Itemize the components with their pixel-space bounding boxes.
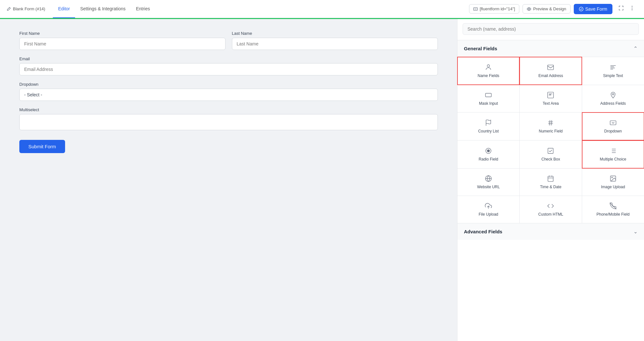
- nav-settings[interactable]: Settings & Integrations: [75, 0, 131, 18]
- field-label-mask-input: Mask Input: [479, 101, 498, 106]
- svg-line-24: [551, 120, 552, 126]
- top-navigation: Blank Form (#14) Editor Settings & Integ…: [0, 0, 644, 18]
- text-icon: [610, 64, 617, 71]
- field-item-check-box[interactable]: Check Box: [520, 141, 582, 168]
- dropdown-group: Dropdown - Select -: [19, 82, 438, 101]
- field-label-custom-html: Custom HTML: [538, 212, 563, 217]
- image-icon: [610, 175, 617, 182]
- last-name-group: Last Name: [232, 31, 438, 50]
- general-fields-title: General Fields: [464, 46, 497, 51]
- svg-rect-35: [548, 176, 553, 182]
- submit-form-button[interactable]: Submit Form: [19, 140, 65, 153]
- email-icon: [547, 64, 554, 71]
- field-item-name-fields[interactable]: Name Fields: [457, 57, 520, 85]
- nav-editor[interactable]: Editor: [53, 0, 75, 18]
- advanced-fields-section: Advanced Fields ⌄: [457, 223, 644, 240]
- field-item-mask-input[interactable]: Mask Input: [457, 85, 519, 112]
- field-item-simple-text[interactable]: Simple Text: [582, 57, 644, 85]
- field-label-file-upload: File Upload: [479, 212, 498, 217]
- form-title-area: Blank Form (#14): [6, 6, 45, 11]
- multiselect-label: Multiselect: [19, 107, 438, 112]
- fullscreen-icon: [618, 5, 624, 11]
- svg-line-23: [550, 120, 550, 126]
- field-item-email-address[interactable]: Email Address: [519, 57, 582, 85]
- nav-entries[interactable]: Entries: [131, 0, 155, 18]
- nav-links: Editor Settings & Integrations Entries: [53, 0, 155, 18]
- field-label-dropdown: Dropdown: [604, 129, 622, 133]
- svg-rect-25: [610, 121, 616, 125]
- pin-icon: [610, 92, 617, 99]
- last-name-label: Last Name: [232, 31, 438, 36]
- radio-icon: [485, 147, 492, 154]
- svg-point-27: [487, 150, 489, 152]
- phone-icon: [610, 202, 617, 209]
- field-item-country-list[interactable]: Country List: [457, 112, 519, 140]
- field-label-simple-text: Simple Text: [603, 73, 623, 78]
- field-item-dropdown[interactable]: Dropdown: [582, 112, 644, 141]
- chevron-up-icon: ⌃: [633, 45, 638, 52]
- shortcode-button[interactable]: [fluentform id="14"]: [469, 4, 519, 14]
- field-item-custom-html[interactable]: Custom HTML: [520, 196, 582, 223]
- svg-point-19: [612, 93, 614, 95]
- first-name-group: First Name: [19, 31, 226, 50]
- search-input[interactable]: [463, 23, 639, 35]
- first-name-input[interactable]: [19, 38, 226, 50]
- field-item-image-upload[interactable]: Image Upload: [582, 169, 644, 196]
- email-group: Email: [19, 56, 438, 75]
- email-label: Email: [19, 56, 438, 61]
- list-icon: [610, 147, 617, 154]
- svg-point-2: [528, 8, 530, 10]
- field-item-radio-field[interactable]: Radio Field: [457, 141, 519, 168]
- dropdown-label: Dropdown: [19, 82, 438, 87]
- pencil-icon: [6, 7, 11, 11]
- form-title-text: Blank Form (#14): [13, 6, 45, 11]
- mask-icon: [485, 92, 492, 99]
- svg-point-40: [611, 177, 612, 178]
- chevron-down-icon: ⌄: [633, 229, 638, 235]
- advanced-fields-header[interactable]: Advanced Fields ⌄: [457, 223, 644, 240]
- field-label-multiple-choice: Multiple Choice: [600, 157, 626, 161]
- svg-point-4: [632, 6, 633, 7]
- save-form-button[interactable]: Save Form: [574, 4, 612, 14]
- upload-icon: [485, 202, 492, 209]
- shortcode-icon: [473, 7, 478, 11]
- field-item-text-area[interactable]: Text Area: [520, 85, 582, 112]
- field-item-phone-mobile[interactable]: Phone/Mobile Field: [582, 196, 644, 223]
- multiselect-input[interactable]: [19, 114, 438, 130]
- dropdown-icon: [610, 119, 617, 126]
- field-item-address-fields[interactable]: Address Fields: [582, 85, 644, 112]
- first-name-label: First Name: [19, 31, 226, 36]
- more-options-button[interactable]: [627, 4, 638, 14]
- main-layout: First Name Last Name Email Dropdown - Se…: [0, 18, 644, 341]
- field-label-website-url: Website URL: [477, 185, 500, 189]
- preview-text: Preview & Design: [533, 6, 566, 11]
- dropdown-select[interactable]: - Select -: [19, 89, 438, 101]
- field-label-name-fields: Name Fields: [477, 73, 499, 78]
- right-panel: General Fields ⌃ Name Fields Email Addre…: [457, 18, 644, 341]
- fullscreen-button[interactable]: [616, 4, 627, 14]
- svg-point-5: [632, 8, 633, 9]
- dots-icon: [629, 5, 635, 11]
- field-item-time-date[interactable]: Time & Date: [520, 169, 582, 196]
- svg-rect-28: [548, 148, 553, 154]
- preview-icon: [527, 7, 531, 11]
- calendar-icon: [547, 175, 554, 182]
- email-input[interactable]: [19, 63, 438, 75]
- preview-button[interactable]: Preview & Design: [523, 4, 571, 14]
- general-fields-header[interactable]: General Fields ⌃: [457, 40, 644, 57]
- field-label-email-address: Email Address: [538, 73, 563, 78]
- progress-bar: [0, 18, 644, 19]
- field-item-numeric-field[interactable]: Numeric Field: [520, 112, 582, 140]
- field-item-website-url[interactable]: Website URL: [457, 169, 519, 196]
- email-row: Email: [19, 56, 438, 75]
- search-bar-wrap: [457, 18, 644, 40]
- field-item-multiple-choice[interactable]: Multiple Choice: [582, 140, 644, 169]
- field-item-file-upload[interactable]: File Upload: [457, 196, 519, 223]
- website-icon: [485, 175, 492, 182]
- save-label: Save Form: [585, 6, 607, 12]
- svg-rect-8: [548, 65, 553, 70]
- last-name-input[interactable]: [232, 38, 438, 50]
- field-label-numeric-field: Numeric Field: [539, 129, 562, 133]
- shortcode-text: [fluentform id="14"]: [480, 6, 515, 11]
- svg-point-7: [487, 65, 489, 67]
